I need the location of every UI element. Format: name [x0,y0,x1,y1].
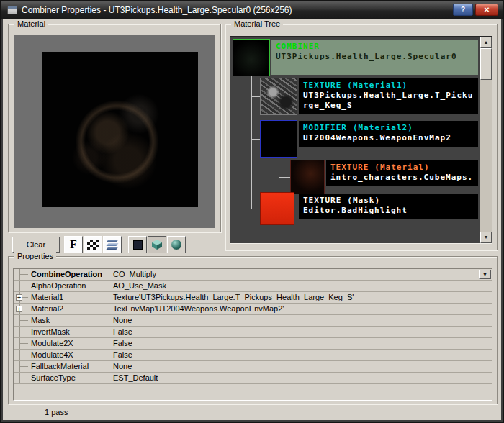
property-row-alphaoperation[interactable]: AlphaOperation AO_Use_Mask [14,281,492,292]
property-row-modulate2x[interactable]: Modulate2X False [14,338,492,350]
cube-icon [151,239,163,250]
property-name: SurfaceType [31,373,76,382]
app-icon [7,6,17,14]
node-type-text: COMBINER [276,42,320,51]
help-icon: ? [461,6,465,14]
checker-background-button[interactable] [84,236,102,253]
scrollbar-thumb[interactable] [480,48,492,80]
texture-material-thumbnail[interactable] [290,160,325,194]
material-preview-image[interactable] [42,52,198,207]
expand-plus-icon[interactable]: + [16,294,22,301]
dropdown-button[interactable]: ▼ [479,270,491,279]
cube-preview-button[interactable] [148,236,166,253]
sphere-icon [171,240,181,250]
tree-connector-line [251,209,260,209]
tree-connector-line [279,177,290,178]
property-name: AlphaOperation [31,281,86,290]
texture-mask-thumbnail[interactable] [260,192,294,225]
node-name-text: UT3Pickups.Health_Large.T_Picku [303,91,474,101]
titlebar[interactable]: Combiner Properties - UT3Pickups.Health_… [1,1,503,19]
tree-scrollbar[interactable]: ▲ ▼ [480,37,492,243]
texture-material1-label[interactable]: TEXTURE(Material1) UT3Pickups.Health_Lar… [299,78,478,114]
properties-group: Properties CombineOperation CO_Multiply … [8,256,498,404]
fallback-f-icon: F [70,239,77,250]
combiner-node-thumbnail[interactable] [233,39,270,76]
texture-material1-thumbnail[interactable] [260,78,297,115]
texture-material-label[interactable]: TEXTURE(Material) intro_characters.CubeM… [326,160,478,186]
close-button[interactable]: ✕ [475,4,498,16]
property-row-invertmask[interactable]: InvertMask False [14,327,492,338]
fallback-toggle-button[interactable]: F [64,236,83,253]
sphere-preview-button[interactable] [167,236,186,253]
node-type-text: TEXTURE [303,196,341,205]
node-name-text: UT3Pickups.Health_Large.Specular0 [276,52,474,62]
tree-connector-line [251,96,260,97]
node-type-text: TEXTURE [303,81,341,90]
material-tree-group: Material Tree COMBINER UT3Pickups.Health… [225,24,498,250]
material-preview-panel [14,35,215,228]
property-value: False [113,339,132,347]
scroll-up-icon: ▲ [484,40,489,45]
node-field-text: (Material1) [347,81,408,90]
plane-preview-button[interactable] [128,236,147,253]
modifier-material2-label[interactable]: MODIFIER(Material2) UT2004Weapons.Weapon… [299,121,478,147]
help-button[interactable]: ? [453,4,473,16]
node-name-text: intro_characters.CubeMaps. [330,173,474,183]
expand-plus-icon[interactable]: + [16,306,22,312]
property-value: AO_Use_Mask [113,281,166,290]
node-name-text: rge_Keg_S [303,101,474,111]
property-name: Modulate2X [31,339,73,347]
property-row-mask[interactable]: Mask None [14,315,492,327]
property-row-fallbackmaterial[interactable]: FallbackMaterial None [14,361,492,373]
texture-mask-label[interactable]: TEXTURE(Mask) Editor.BadHighlight [299,194,478,219]
node-field-text: (Mask) [347,196,380,205]
node-name-text: Editor.BadHighlight [303,206,474,216]
property-name: Modulate4X [31,350,73,359]
property-name: Material1 [31,293,63,301]
property-value: TexEnvMap'UT2004Weapons.WeaponEnvMap2' [113,304,284,313]
properties-group-label: Properties [14,252,56,261]
node-field-text: (Material) [374,163,429,172]
property-name: InvertMask [31,327,70,336]
scroll-down-icon: ▼ [484,235,489,240]
property-name: CombineOperation [31,270,102,278]
modifier-material2-thumbnail[interactable] [260,120,297,158]
property-row-modulate4x[interactable]: Modulate4X False [14,350,492,361]
tree-connector-line [251,139,260,140]
client-area: Material Material Tree COMBINER UT3Picku… [3,19,501,420]
property-value: False [113,350,132,359]
checkerboard-icon [87,240,99,250]
material-tree-panel[interactable]: COMBINER UT3Pickups.Health_Large.Specula… [230,36,492,244]
property-value: EST_Default [113,373,158,382]
property-name: Mask [31,316,50,324]
node-type-text: TEXTURE [330,163,369,172]
scroll-up-button[interactable]: ▲ [480,37,492,48]
close-icon: ✕ [484,6,490,14]
node-name-text: UT2004Weapons.WeaponEnvMap2 [303,133,474,143]
layers-button[interactable] [103,236,122,253]
property-row-material1[interactable]: +Material1 Texture'UT3Pickups.Health_Lar… [14,292,492,304]
combiner-node-label[interactable]: COMBINER UT3Pickups.Health_Large.Specula… [271,40,478,75]
node-type-text: MODIFIER [303,123,347,132]
status-text: 1 pass [45,408,68,417]
property-value: Texture'UT3Pickups.Health_Large.T_Pickup… [113,293,354,301]
property-value: False [113,327,132,336]
tree-connector-line [279,158,279,177]
clear-button[interactable]: Clear [12,237,60,253]
property-value: None [113,316,132,324]
dropdown-arrow-icon: ▼ [480,270,490,278]
property-row-material2[interactable]: +Material2 TexEnvMap'UT2004Weapons.Weapo… [14,304,492,315]
property-row-combineoperation[interactable]: CombineOperation CO_Multiply ▼ [14,269,492,281]
scroll-down-button[interactable]: ▼ [480,232,492,243]
property-row-surfacetype[interactable]: SurfaceType EST_Default [14,373,492,384]
node-field-text: (Material2) [353,123,413,132]
material-group: Material [8,24,221,232]
property-name: Material2 [31,304,63,313]
material-group-label: Material [14,19,48,29]
plane-icon [133,240,143,250]
property-grid: CombineOperation CO_Multiply ▼ AlphaOper… [13,268,492,401]
layers-icon [106,240,119,250]
property-value: None [113,362,132,370]
property-value: CO_Multiply [113,270,156,278]
combiner-properties-window: Combiner Properties - UT3Pickups.Health_… [0,0,504,423]
